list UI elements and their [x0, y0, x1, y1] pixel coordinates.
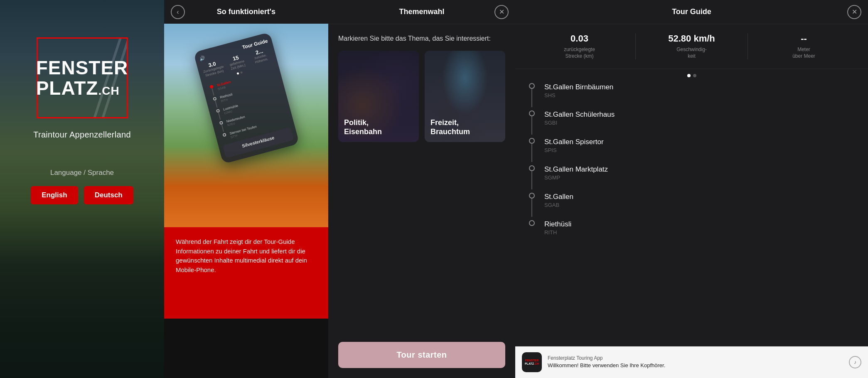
stat-altitude: -- Meterüber Meer [752, 33, 856, 59]
timeline-line [531, 144, 532, 162]
stop-name: Riethüsli [544, 220, 571, 228]
stat-speed-label: Geschwindig-keit [640, 47, 743, 59]
sound-icon: 🔊 [199, 55, 206, 61]
music-icon[interactable]: ♪ [849, 356, 861, 368]
route-line [211, 88, 214, 96]
stop-name: St.Gallen Marktplatz [544, 165, 608, 174]
stat-altitude: 2... zurücke.Höhenm. [248, 46, 273, 66]
stop-name: St.Gallen Birnbäumen [544, 83, 613, 91]
timeline-line [531, 116, 532, 135]
stat-divider-1 [635, 33, 636, 59]
language-buttons: English Deutsch [31, 186, 133, 204]
screen-tour-guide: Tour Guide ✕ 0.03 zurückgelegteStrecke (… [515, 0, 868, 378]
stop-name: St.Gallen Schülerhaus [544, 110, 615, 119]
stat-divider-2 [748, 33, 748, 59]
stat-speed: 52.80 km/h Geschwindig-keit [640, 33, 743, 59]
notification-app-name: Fensterplatz Touring App [548, 355, 843, 361]
dot-2 [240, 71, 243, 74]
screen3-footer: Tour starten [328, 332, 515, 378]
progress-dot-1 [687, 74, 691, 77]
progress-dots [515, 69, 868, 79]
stop-code: SPIS [544, 147, 604, 153]
notification-logo: FENSTERPLATZ.CH [522, 352, 542, 372]
screen4-title: Tour Guide [672, 7, 711, 16]
timeline-dot [529, 110, 535, 116]
theme-card-leisure[interactable]: Freizeit,Brauchtum [425, 51, 505, 142]
logo-box: FENSTERPLATZ.CH [37, 37, 128, 118]
stat-altitude-val: -- [752, 33, 856, 44]
stat-distance: 3.0 ZurückgelegteStrecke (km) [201, 59, 226, 78]
app-subtitle: Traintour Appenzellerland [33, 130, 131, 140]
timeline-dot [529, 193, 535, 199]
stop-code: RITH [544, 229, 571, 236]
dot-1 [236, 72, 239, 75]
route-item-spisertor: St.Gallen Spisertor SPIS [528, 138, 856, 162]
screen2-header: ‹ So funktioniert's [164, 0, 328, 24]
stat-distance-val: 0.03 [528, 33, 631, 44]
english-button[interactable]: English [31, 186, 78, 204]
theme-grid: Politik,Eisenbahn Freizeit,Brauchtum [328, 51, 515, 332]
stop-code: SHS [544, 92, 613, 98]
notif-logo-text: FENSTERPLATZ.CH [525, 359, 539, 365]
screen-language: FENSTERPLATZ.CH Traintour Appenzellerlan… [0, 0, 164, 378]
logo-slash-decoration [38, 39, 127, 117]
timeline-line [531, 89, 532, 107]
screen2-title: So funktioniert's [217, 7, 275, 16]
route-item-rieth: Riethüsli RITH [528, 220, 856, 236]
timeline-line [531, 171, 532, 189]
route-line [215, 101, 218, 108]
notification-message: Willkommen! Bitte verwenden Sie Ihre Kop… [548, 362, 843, 369]
timeline-dot [529, 83, 535, 89]
route-item-schuelerhaus: St.Gallen Schülerhaus SGBI [528, 110, 856, 135]
back-button[interactable]: ‹ [171, 5, 185, 19]
screen4-header: Tour Guide ✕ [515, 0, 868, 24]
timeline-dot [529, 220, 535, 226]
route-line [218, 113, 221, 120]
close-button-tour[interactable]: ✕ [847, 5, 861, 19]
stat-distance: 0.03 zurückgelegteStrecke (km) [528, 33, 631, 59]
screen3-title: Themenwahl [399, 7, 444, 16]
theme-label-politics: Politik,Eisenbahn [344, 118, 382, 136]
tour-stats: 0.03 zurückgelegteStrecke (km) 52.80 km/… [515, 24, 868, 69]
route-dot [222, 133, 226, 137]
route-item-birnbaeumen: St.Gallen Birnbäumen SHS [528, 83, 856, 107]
screen-theme-selection: Themenwahl ✕ Markieren Sie bitte das The… [328, 0, 515, 378]
stop-code: SGAB [544, 202, 573, 208]
language-label: Language / Sprache [50, 169, 114, 177]
route-list: St.Gallen Birnbäumen SHS St.Gallen Schül… [515, 79, 868, 346]
screen2-description: Während der Fahrt zeigt dir der Tour-Gui… [176, 237, 317, 275]
stop-name: St.Gallen Spisertor [544, 138, 604, 146]
start-tour-button[interactable]: Tour starten [338, 342, 505, 368]
screen2-image-area: 🔊 Tour Guide 3.0 ZurückgelegteStrecke (k… [164, 24, 328, 227]
stat-distance-label: zurückgelegteStrecke (km) [528, 47, 631, 59]
theme-prompt: Markieren Sie bitte das Thema, das Sie i… [328, 24, 515, 51]
route-item-sgallen: St.Gallen SGAB [528, 193, 856, 217]
notification-content: Fensterplatz Touring App Willkommen! Bit… [548, 355, 843, 369]
timeline-dot [529, 138, 535, 144]
deutsch-button[interactable]: Deutsch [84, 186, 133, 204]
stop-code: SGBI [544, 120, 615, 126]
stat-time: 15 gefahreneZeit (Min.) [224, 52, 249, 72]
route-line [221, 125, 224, 132]
route-item-marktplatz: St.Gallen Marktplatz SGMP [528, 165, 856, 189]
theme-card-politics[interactable]: Politik,Eisenbahn [338, 51, 419, 142]
theme-label-leisure: Freizeit,Brauchtum [430, 118, 470, 136]
screen-how-it-works: ‹ So funktioniert's 🔊 Tour Guide 3.0 Zur… [164, 0, 328, 378]
notification-bar: FENSTERPLATZ.CH Fensterplatz Touring App… [515, 346, 868, 378]
stat-speed-val: 52.80 km/h [640, 33, 743, 44]
stop-name: St.Gallen [544, 193, 573, 201]
stop-code: SGMP [544, 174, 608, 181]
timeline-dot [529, 165, 535, 171]
progress-dot-2 [693, 74, 696, 77]
screen2-description-area: Während der Fahrt zeigt dir der Tour-Gui… [164, 227, 328, 319]
screen3-header: Themenwahl ✕ [328, 0, 515, 24]
close-button[interactable]: ✕ [494, 5, 509, 19]
stat-altitude-label: Meterüber Meer [752, 47, 856, 59]
timeline-line [531, 199, 532, 217]
